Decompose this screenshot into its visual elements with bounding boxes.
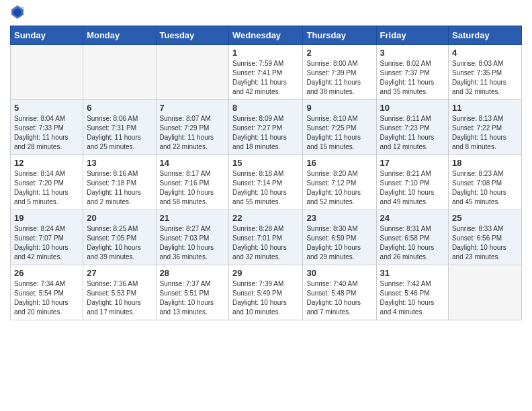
day-number: 14 [160, 158, 226, 168]
day-number: 8 [232, 103, 299, 113]
day-number: 19 [14, 213, 79, 223]
weekday-header: Tuesday [156, 26, 229, 45]
day-info: Sunrise: 8:16 AM Sunset: 7:18 PM Dayligh… [87, 169, 152, 207]
day-number: 26 [14, 268, 79, 278]
calendar-cell: 9Sunrise: 8:10 AM Sunset: 7:25 PM Daylig… [303, 100, 376, 155]
day-info: Sunrise: 7:34 AM Sunset: 5:54 PM Dayligh… [14, 279, 79, 317]
calendar-cell: 24Sunrise: 8:31 AM Sunset: 6:58 PM Dayli… [376, 210, 448, 265]
weekday-header: Saturday [449, 26, 522, 45]
calendar-week-row: 1Sunrise: 7:59 AM Sunset: 7:41 PM Daylig… [11, 45, 522, 100]
weekday-header: Wednesday [229, 26, 303, 45]
calendar-header-row: SundayMondayTuesdayWednesdayThursdayFrid… [11, 26, 522, 45]
calendar-cell: 15Sunrise: 8:18 AM Sunset: 7:14 PM Dayli… [229, 155, 303, 210]
day-info: Sunrise: 7:36 AM Sunset: 5:53 PM Dayligh… [87, 279, 152, 317]
day-number: 24 [380, 213, 445, 223]
calendar-cell: 3Sunrise: 8:02 AM Sunset: 7:37 PM Daylig… [376, 45, 448, 100]
calendar-table: SundayMondayTuesdayWednesdayThursdayFrid… [10, 26, 522, 320]
day-number: 15 [232, 158, 299, 168]
calendar-cell: 12Sunrise: 8:14 AM Sunset: 7:20 PM Dayli… [11, 155, 83, 210]
calendar-cell: 7Sunrise: 8:07 AM Sunset: 7:29 PM Daylig… [156, 100, 229, 155]
day-info: Sunrise: 8:28 AM Sunset: 7:01 PM Dayligh… [232, 224, 299, 262]
calendar-cell [83, 45, 156, 100]
day-info: Sunrise: 7:40 AM Sunset: 5:48 PM Dayligh… [306, 279, 372, 317]
day-number: 27 [87, 268, 152, 278]
day-info: Sunrise: 7:42 AM Sunset: 5:46 PM Dayligh… [380, 279, 445, 317]
logo [10, 7, 24, 19]
day-info: Sunrise: 8:27 AM Sunset: 7:03 PM Dayligh… [160, 224, 226, 262]
day-info: Sunrise: 8:30 AM Sunset: 6:59 PM Dayligh… [306, 224, 372, 262]
day-info: Sunrise: 8:14 AM Sunset: 7:20 PM Dayligh… [14, 169, 79, 207]
calendar-cell: 19Sunrise: 8:24 AM Sunset: 7:07 PM Dayli… [11, 210, 83, 265]
day-info: Sunrise: 8:24 AM Sunset: 7:07 PM Dayligh… [14, 224, 79, 262]
calendar-cell: 13Sunrise: 8:16 AM Sunset: 7:18 PM Dayli… [83, 155, 156, 210]
day-info: Sunrise: 8:18 AM Sunset: 7:14 PM Dayligh… [232, 169, 299, 207]
day-number: 25 [452, 213, 518, 223]
day-info: Sunrise: 8:06 AM Sunset: 7:31 PM Dayligh… [87, 114, 152, 152]
day-number: 1 [232, 48, 299, 58]
day-info: Sunrise: 8:25 AM Sunset: 7:05 PM Dayligh… [87, 224, 152, 262]
weekday-header: Monday [83, 26, 156, 45]
day-number: 21 [160, 213, 226, 223]
calendar-cell: 17Sunrise: 8:21 AM Sunset: 7:10 PM Dayli… [376, 155, 448, 210]
day-info: Sunrise: 8:10 AM Sunset: 7:25 PM Dayligh… [306, 114, 372, 152]
day-info: Sunrise: 8:07 AM Sunset: 7:29 PM Dayligh… [160, 114, 226, 152]
calendar-cell: 4Sunrise: 8:03 AM Sunset: 7:35 PM Daylig… [449, 45, 522, 100]
calendar-cell: 28Sunrise: 7:37 AM Sunset: 5:51 PM Dayli… [156, 265, 229, 320]
calendar-cell: 18Sunrise: 8:23 AM Sunset: 7:08 PM Dayli… [449, 155, 522, 210]
calendar-week-row: 5Sunrise: 8:04 AM Sunset: 7:33 PM Daylig… [11, 100, 522, 155]
calendar-cell: 25Sunrise: 8:33 AM Sunset: 6:56 PM Dayli… [449, 210, 522, 265]
day-number: 22 [232, 213, 299, 223]
weekday-header: Sunday [11, 26, 83, 45]
page-header [10, 7, 522, 19]
day-number: 31 [380, 268, 445, 278]
calendar-cell: 14Sunrise: 8:17 AM Sunset: 7:16 PM Dayli… [156, 155, 229, 210]
day-number: 10 [380, 103, 445, 113]
day-number: 5 [14, 103, 79, 113]
day-number: 18 [452, 158, 518, 168]
day-info: Sunrise: 8:17 AM Sunset: 7:16 PM Dayligh… [160, 169, 226, 207]
day-number: 4 [452, 48, 518, 58]
day-info: Sunrise: 7:59 AM Sunset: 7:41 PM Dayligh… [232, 59, 299, 97]
calendar-cell: 20Sunrise: 8:25 AM Sunset: 7:05 PM Dayli… [83, 210, 156, 265]
calendar-cell: 16Sunrise: 8:20 AM Sunset: 7:12 PM Dayli… [303, 155, 376, 210]
calendar-cell: 27Sunrise: 7:36 AM Sunset: 5:53 PM Dayli… [83, 265, 156, 320]
day-number: 28 [160, 268, 226, 278]
day-info: Sunrise: 8:02 AM Sunset: 7:37 PM Dayligh… [380, 59, 445, 97]
calendar-cell: 22Sunrise: 8:28 AM Sunset: 7:01 PM Dayli… [229, 210, 303, 265]
day-number: 30 [306, 268, 372, 278]
day-info: Sunrise: 8:33 AM Sunset: 6:56 PM Dayligh… [452, 224, 518, 262]
day-info: Sunrise: 8:11 AM Sunset: 7:23 PM Dayligh… [380, 114, 445, 152]
calendar-week-row: 19Sunrise: 8:24 AM Sunset: 7:07 PM Dayli… [11, 210, 522, 265]
calendar-cell: 6Sunrise: 8:06 AM Sunset: 7:31 PM Daylig… [83, 100, 156, 155]
calendar-cell: 1Sunrise: 7:59 AM Sunset: 7:41 PM Daylig… [229, 45, 303, 100]
calendar-cell: 23Sunrise: 8:30 AM Sunset: 6:59 PM Dayli… [303, 210, 376, 265]
day-info: Sunrise: 8:20 AM Sunset: 7:12 PM Dayligh… [306, 169, 372, 207]
day-info: Sunrise: 8:31 AM Sunset: 6:58 PM Dayligh… [380, 224, 445, 262]
day-info: Sunrise: 8:13 AM Sunset: 7:22 PM Dayligh… [452, 114, 518, 152]
day-number: 16 [306, 158, 372, 168]
day-number: 11 [452, 103, 518, 113]
day-info: Sunrise: 8:23 AM Sunset: 7:08 PM Dayligh… [452, 169, 518, 207]
calendar-cell: 10Sunrise: 8:11 AM Sunset: 7:23 PM Dayli… [376, 100, 448, 155]
calendar-week-row: 12Sunrise: 8:14 AM Sunset: 7:20 PM Dayli… [11, 155, 522, 210]
day-number: 12 [14, 158, 79, 168]
day-number: 20 [87, 213, 152, 223]
day-number: 29 [232, 268, 299, 278]
day-info: Sunrise: 8:09 AM Sunset: 7:27 PM Dayligh… [232, 114, 299, 152]
calendar-cell: 11Sunrise: 8:13 AM Sunset: 7:22 PM Dayli… [449, 100, 522, 155]
day-number: 17 [380, 158, 445, 168]
day-number: 3 [380, 48, 445, 58]
calendar-cell [11, 45, 83, 100]
day-number: 6 [87, 103, 152, 113]
day-number: 2 [306, 48, 372, 58]
calendar-week-row: 26Sunrise: 7:34 AM Sunset: 5:54 PM Dayli… [11, 265, 522, 320]
day-number: 7 [160, 103, 226, 113]
day-info: Sunrise: 8:03 AM Sunset: 7:35 PM Dayligh… [452, 59, 518, 97]
day-info: Sunrise: 7:37 AM Sunset: 5:51 PM Dayligh… [160, 279, 226, 317]
calendar-cell [449, 265, 522, 320]
day-info: Sunrise: 8:21 AM Sunset: 7:10 PM Dayligh… [380, 169, 445, 207]
day-number: 9 [306, 103, 372, 113]
logo-icon [11, 5, 24, 19]
calendar-cell: 5Sunrise: 8:04 AM Sunset: 7:33 PM Daylig… [11, 100, 83, 155]
calendar-cell: 8Sunrise: 8:09 AM Sunset: 7:27 PM Daylig… [229, 100, 303, 155]
